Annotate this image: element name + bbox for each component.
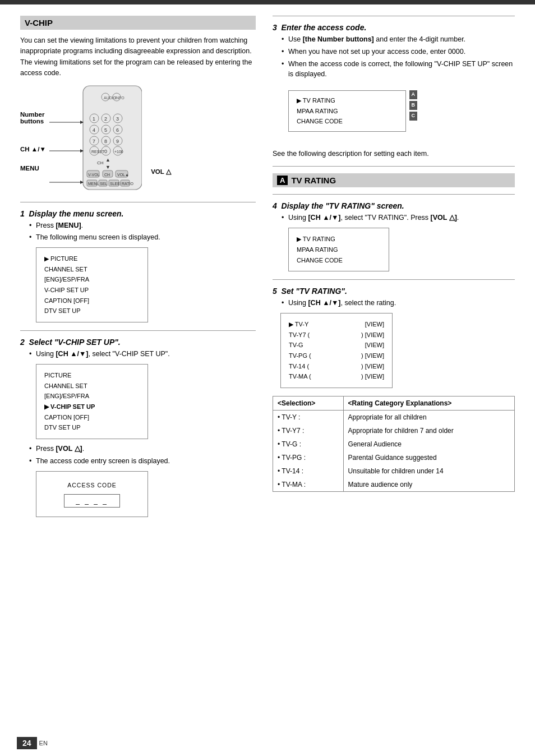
exp-tvg: General Audience [343,437,514,451]
rating-row-4: TV-PG () [VIEW] [289,351,384,361]
vchip-screen-item-2: MPAA RATING [297,106,398,117]
svg-text:6: 6 [116,127,119,133]
selection-table: <Selection> <Rating Category Explanation… [273,396,515,492]
right-divider-mid2 [273,194,515,195]
table-col1-header: <Selection> [273,397,344,411]
step-2b-bullet-1: Press [VOL △]. [28,444,256,454]
side-label-b: B [409,101,418,110]
table-row: • TV-G : General Audience [273,437,515,451]
table-row: • TV-14 : Unsuitable for children under … [273,464,515,478]
sel-tvy: • TV-Y : [273,411,344,425]
svg-text:7: 7 [93,139,95,144]
table-row: • TV-PG : Parental Guidance suggested [273,451,515,464]
access-code-dashes: _ _ _ _ [64,494,120,508]
menu2-item-1: PICTURE [44,370,140,381]
page-lang: EN [39,740,48,746]
vol-label: VOL △ [151,168,171,176]
step-5: 5 Set "TV RATING". Using [CH ▲/▼], selec… [273,287,515,388]
table-row: • TV-Y7 : Appropriate for children 7 and… [273,424,515,437]
menu1-item-4: V-CHIP SET UP [44,285,140,296]
svg-text:RATIO: RATIO [122,182,133,186]
rating-row-3: TV-G[VIEW] [289,340,384,351]
vchip-title: V-CHIP [25,18,53,27]
top-bar [0,0,535,4]
menu-box-2: PICTURE CHANNEL SET [ENG]/ESP/FRA ▶ V-CH… [36,364,148,439]
svg-text:+100: +100 [114,150,123,154]
svg-text:CH: CH [97,160,104,165]
svg-text:9: 9 [116,139,119,144]
tv-rating-menu-box: ▶ TV RATING MPAA RATING CHANGE CODE [288,228,389,271]
step-2-number: 2 Select "V-CHIP SET UP". [20,338,256,347]
left-column: V-CHIP You can set the viewing limitatio… [20,16,256,525]
step-5-number: 5 Set "TV RATING". [273,287,515,296]
ch-label: CH ▲/▼ [20,146,46,153]
menu1-item-2: CHANNEL SET [44,264,140,275]
step-1-number: 1 Display the menu screen. [20,209,256,218]
sel-tv14: • TV-14 : [273,464,344,478]
svg-text:RESET: RESET [91,150,105,154]
page-container: V-CHIP You can set the viewing limitatio… [0,0,535,756]
right-divider-mid [273,166,515,167]
step-2: 2 Select "V-CHIP SET UP". Using [CH ▲/▼]… [20,338,256,517]
step3-note: See the following description for settin… [273,149,515,159]
menu2-item-5: CAPTION [OFF] [44,412,140,423]
menu-box-1: ▶ PICTURE CHANNEL SET [ENG]/ESP/FRA V-CH… [36,247,148,322]
tv-rating-title: TV RATING [291,176,336,185]
svg-text:CH: CH [104,173,110,177]
rating-row-1: ▶ TV-Y[VIEW] [289,319,384,330]
exp-tvma: Mature audience only [343,478,514,492]
vchip-screen-item-1: ▶ TV RATING [297,95,398,106]
step-3-bullet-2: When you have not set up your access cod… [280,47,515,57]
svg-text:▲: ▲ [105,157,110,163]
svg-text:VOL▲: VOL▲ [117,173,129,177]
svg-text:0: 0 [104,149,107,154]
step-1-bullet-1: Press [MENU]. [28,220,256,231]
svg-text:4: 4 [93,127,95,133]
access-code-title: ACCESS CODE [48,481,136,490]
menu2-item-6: DTV SET UP [44,422,140,433]
svg-text:SEL: SEL [100,182,107,186]
sel-tvpg: • TV-PG : [273,451,344,464]
step-3-bullet-3: When the access code is correct, the fol… [280,59,515,80]
menu-label: MENU [20,165,46,172]
remote-illustration: AUDIO INFO 1 2 3 4 5 6 7 8 9 RESET [49,85,142,191]
svg-text:2: 2 [104,116,107,122]
page-number: 24 [17,737,37,749]
step-5-bullet-1: Using [CH ▲/▼], select the rating. [280,298,515,308]
step-3-number: 3 Enter the access code. [273,23,515,32]
right-divider-top [273,16,515,16]
step-5-sub: Using [CH ▲/▼], select the rating. ▶ TV-… [280,298,515,388]
intro-text: You can set the viewing limitations to p… [20,35,256,79]
step-2-bullet-1: Using [CH ▲/▼], select "V-CHIP SET UP". [28,349,256,359]
table-col2-header: <Rating Category Explanations> [343,397,514,411]
menu1-item-3: [ENG]/ESP/FRA [44,274,140,285]
menu1-item-1: ▶ PICTURE [44,253,140,264]
step-4-sub: Using [CH ▲/▼], select "TV RATING". Pres… [280,213,515,271]
vchip-screen-content: ▶ TV RATING MPAA RATING CHANGE CODE [288,90,406,132]
svg-text:▼: ▼ [105,164,110,170]
step-1: 1 Display the menu screen. Press [MENU].… [20,209,256,323]
access-code-box: ACCESS CODE _ _ _ _ [36,471,148,518]
divider-1 [20,202,256,202]
content-area: V-CHIP You can set the viewing limitatio… [0,4,535,536]
step-3: 3 Enter the access code. Use [the Number… [273,23,515,141]
step-3-sub: Use [the Number buttons] and enter the 4… [280,34,515,141]
side-labels: A B C [409,90,418,121]
rating-row-2: TV-Y7 () [VIEW] [289,330,384,340]
exp-tvy: Appropriate for all children [343,411,514,425]
step-3-bullet-1: Use [the Number buttons] and enter the 4… [280,34,515,45]
vchip-setup-screen: ▶ TV RATING MPAA RATING CHANGE CODE A B … [288,86,406,136]
step-1-bullet-2: The following menu screen is displayed. [28,232,256,243]
sel-tvg: • TV-G : [273,437,344,451]
rating-row-5: TV-14 () [VIEW] [289,361,384,372]
divider-2 [20,330,256,331]
right-column: 3 Enter the access code. Use [the Number… [273,16,515,525]
svg-text:5: 5 [104,127,107,133]
vchip-section-header: V-CHIP [20,16,256,30]
table-row: • TV-Y : Appropriate for all children [273,411,515,425]
tv-rating-badge: A [277,176,288,185]
side-label-c: C [409,112,418,121]
exp-tv14: Unsuitable for children under 14 [343,464,514,478]
svg-text:8: 8 [104,139,107,144]
rating-options-box: ▶ TV-Y[VIEW] TV-Y7 () [VIEW] TV-G[VIEW] … [280,313,393,388]
